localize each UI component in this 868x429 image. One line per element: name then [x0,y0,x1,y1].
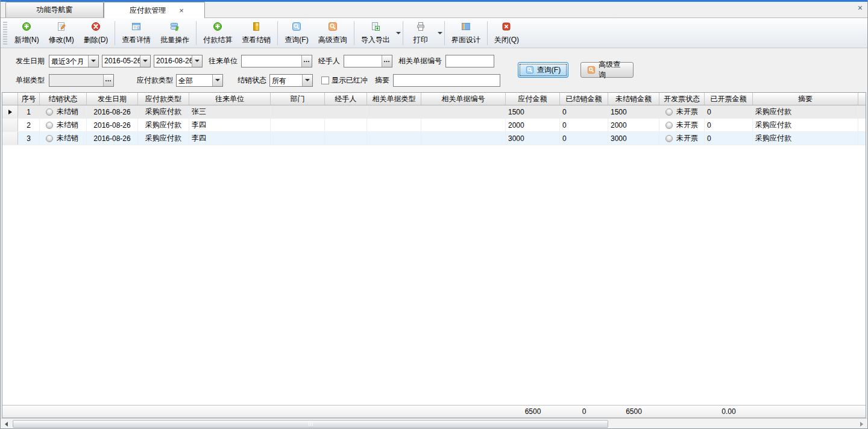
column-header[interactable]: 发生日期 [87,93,138,105]
toolbar-separator [354,21,354,45]
summary-cell [138,406,189,418]
ellipsis-lookup-icon[interactable]: … [301,55,312,67]
column-header[interactable]: 摘要 [753,93,858,105]
payable-type-combobox[interactable]: 全部 [176,74,223,87]
edit-icon [57,22,66,33]
column-header[interactable]: 相关单据类型 [367,93,421,105]
table-cell-text: 0 [562,108,567,116]
column-header[interactable]: 开发票状态 [659,93,705,105]
row-selector-cell[interactable] [2,132,18,145]
horizontal-scrollbar[interactable] [1,418,867,428]
summary-cell [40,406,87,418]
toolbar-grip-handle[interactable] [3,22,7,45]
advanced-query-button[interactable]: 高级查询 [580,62,634,78]
ellipsis-lookup-icon[interactable]: … [103,75,113,86]
toolbar-button-7[interactable]: 查看结销 [237,20,275,46]
rel-doc-no-input[interactable] [446,55,494,67]
chevron-down-icon[interactable] [438,32,442,34]
column-header[interactable]: 部门 [271,93,325,105]
settle-status-label: 结销状态 [237,75,266,86]
settle-status-combobox[interactable]: 所有 [269,74,313,87]
toolbar-button-8[interactable]: 查询(F) [280,20,313,46]
row-selector-cell[interactable] [2,105,18,118]
query-button[interactable]: 查询(F) [518,62,568,78]
column-header[interactable]: 应付金额 [506,93,560,105]
filter-buttons: 查询(F) 高级查询 [518,62,634,78]
toolbar-button-3[interactable]: 删除(D) [79,20,113,46]
column-header[interactable]: 结销状态 [40,93,87,105]
table-row[interactable]: 2未结销2016-08-26采购应付款李四200002000未开票0采购应付款 [2,119,866,132]
table-cell-text: 3000 [611,134,627,143]
column-header[interactable]: 应付款类型 [138,93,189,105]
toolbar-button-2[interactable]: 修改(M) [44,20,79,46]
table-cell: 李四 [189,132,271,145]
table-cell-text: 2016-08-26 [93,134,130,143]
status-sphere-icon [665,122,673,129]
table-cell: 采购应付款 [753,132,858,145]
toolbar-button-9[interactable]: 高级查询 [313,20,352,46]
table-cell: 2000 [608,119,659,131]
toolbar-button-12[interactable]: 界面设计 [447,20,485,46]
search-blue-icon [526,66,534,74]
column-header[interactable]: 序号 [18,93,40,105]
table-cell-text: 0 [707,108,711,116]
scrollbar-thumb[interactable] [13,420,608,428]
row-selector-cell[interactable] [2,119,18,131]
toolbar-button-1[interactable]: 新增(N) [10,20,44,46]
partner-field[interactable]: … [241,55,312,67]
handler-field[interactable]: … [344,55,392,67]
column-header[interactable]: 已开票金额 [705,93,753,105]
column-header[interactable]: 往来单位 [189,93,271,105]
summary-input[interactable] [394,75,500,86]
summary-cell [753,406,858,418]
chevron-down-icon[interactable] [192,55,202,67]
tab-close-icon[interactable]: × [179,7,184,14]
date-range-combobox[interactable]: 最近3个月 [49,55,99,67]
chevron-down-icon[interactable] [302,75,312,86]
chevron-down-icon[interactable] [88,55,98,67]
table-cell-text: 1500 [508,108,524,116]
ellipsis-lookup-icon[interactable]: … [382,55,392,67]
date-range-value: 最近3个月 [49,55,88,67]
toolbar-button-10[interactable]: 导入导出 [356,20,395,46]
table-cell: 未开票 [659,119,705,131]
toolbar-button-4[interactable]: 查看详情 [117,20,156,46]
column-header[interactable]: 相关单据编号 [421,93,506,105]
handler-input[interactable] [344,55,382,67]
column-header[interactable]: 未结销金额 [608,93,659,105]
chevron-down-icon[interactable] [140,55,150,67]
summary-field[interactable] [393,74,500,87]
toolbar-button-5[interactable]: 批量操作 [156,20,194,46]
payable-type-label: 应付款类型 [137,75,173,86]
column-header[interactable]: 已结销金额 [560,93,608,105]
toolbar-button-13[interactable]: 关闭(Q) [489,20,524,46]
table-row[interactable]: 1未结销2016-08-26采购应付款张三150001500未开票0采购应付款 [2,105,866,119]
chevron-down-icon[interactable] [212,75,222,86]
chevron-down-icon[interactable] [396,32,401,34]
filter-row-1: 发生日期 最近3个月 2016-05-26 2016-08-26 往来单位 … … [1,48,867,67]
search-orange-icon [328,22,338,33]
date-to-combobox[interactable]: 2016-08-26 [154,55,203,67]
scroll-left-icon[interactable] [1,419,11,428]
search-orange-icon [587,66,596,74]
book-icon [251,22,261,33]
table-cell-text: 0 [707,134,711,143]
rel-doc-no-field[interactable] [445,55,494,67]
toolbar-button-label: 查看详情 [122,35,151,45]
column-header[interactable]: 经手人 [325,93,367,105]
date-from-combobox[interactable]: 2016-05-26 [102,55,151,67]
delete-icon [91,22,101,33]
summary-cell [18,406,40,418]
table-cell [271,132,325,145]
toolbar-button-11[interactable]: 打印 [405,20,436,46]
doc-type-field[interactable]: … [49,74,114,87]
grid-body: 1未结销2016-08-26采购应付款张三150001500未开票0采购应付款2… [2,105,866,145]
table-row[interactable]: 3未结销2016-08-26采购应付款李四300003000未开票0采购应付款 [2,132,866,145]
tab-function-nav[interactable]: 功能导航窗 [5,2,104,17]
toolbar-button-6[interactable]: 付款结算 [198,20,237,46]
scroll-right-icon[interactable] [857,419,867,428]
tab-payables-management[interactable]: 应付款管理 × [104,2,205,18]
partner-input[interactable] [242,55,301,67]
show-red-checkbox[interactable] [321,77,329,84]
close-icon[interactable]: × [858,3,863,13]
